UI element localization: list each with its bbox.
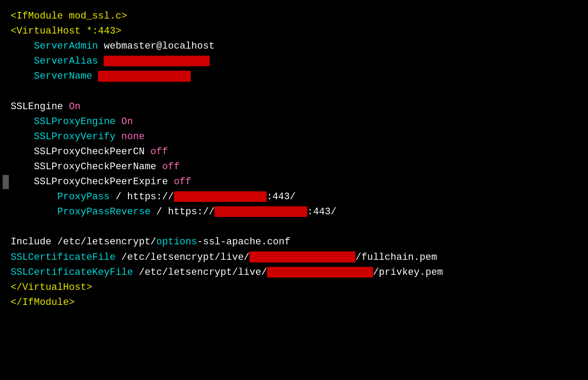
sslproxycheckcn-key: SSLProxyCheckPeerCN	[34, 144, 145, 160]
sslcertkeyfile-suf: /privkey.pem	[373, 265, 443, 280]
sslcertfile-redacted	[249, 251, 355, 262]
include-rest: -ssl-apache.conf	[197, 235, 290, 250]
line-sslengine: SSLEngine On	[11, 99, 577, 114]
sslcertfile-suf: /fullchain.pem	[355, 250, 437, 265]
sslproxyengine-key: SSLProxyEngine	[34, 114, 116, 129]
line-indicator	[3, 175, 9, 189]
proxypassreverse-https: https://	[168, 205, 215, 220]
include-path: /etc/letsencrypt/	[57, 235, 156, 250]
line-sslproxycheckexpire: SSLProxyCheckPeerExpire off	[11, 175, 577, 190]
proxypassreverse-slash: /	[156, 205, 162, 220]
line-sslcertfile: SSLCertificateFile /etc/letsencrypt/live…	[11, 250, 577, 265]
line-sslproxyverify: SSLProxyVerify none	[11, 129, 577, 144]
sslcertkeyfile-path: /etc/letsencrypt/live/	[139, 265, 267, 280]
sslproxycheckexpire-key: SSLProxyCheckPeerExpire	[34, 175, 168, 190]
sslcertkeyfile-redacted	[267, 267, 373, 277]
empty-line-1	[11, 84, 577, 99]
ifmodule-close-tag: </IfModule>	[11, 295, 75, 310]
sslproxyverify-key: SSLProxyVerify	[34, 129, 116, 144]
proxypass-key: ProxyPass	[57, 190, 110, 205]
sslproxycheckexpire-val: off	[174, 175, 192, 190]
line-servername: ServerName	[11, 69, 577, 84]
line-sslproxyengine: SSLProxyEngine On	[11, 114, 577, 129]
line-include: Include /etc/letsencrypt/ options -ssl-a…	[11, 235, 577, 250]
proxypassreverse-port: :443/	[307, 205, 336, 220]
line-proxypassreverse: ProxyPassReverse / https:// :443/	[11, 205, 577, 220]
proxypass-redacted	[174, 191, 267, 202]
line-serveralias: ServerAlias	[11, 54, 577, 69]
line-serveradmin: ServerAdmin webmaster@localhost	[11, 39, 577, 54]
virtualhost-open-tag: <VirtualHost *:443>	[11, 24, 121, 39]
serveralias-key: ServerAlias	[34, 54, 98, 69]
sslcertkeyfile-key: SSLCertificateKeyFile	[11, 265, 133, 280]
line-virtualhost-close: </VirtualHost>	[11, 280, 577, 295]
line-sslproxycheckcn: SSLProxyCheckPeerCN off	[11, 144, 577, 160]
ifmodule-open-tag: <IfModule mod_ssl.c>	[11, 9, 127, 24]
line-ifmodule-open: <IfModule mod_ssl.c>	[11, 9, 577, 24]
line-sslproxycheckname: SSLProxyCheckPeerName off	[11, 160, 577, 175]
include-key: Include	[11, 235, 51, 250]
sslcertfile-path: /etc/letsencrypt/live/	[121, 250, 249, 265]
line-ifmodule-close: </IfModule>	[11, 295, 577, 310]
proxypassreverse-redacted	[215, 206, 307, 217]
servername-redacted	[98, 71, 191, 81]
sslengine-key: SSLEngine	[11, 99, 63, 114]
proxypass-slash: /	[116, 190, 121, 205]
proxypassreverse-key: ProxyPassReverse	[57, 205, 151, 220]
sslproxyengine-val: On	[121, 114, 133, 129]
virtualhost-close-tag: </VirtualHost>	[11, 280, 92, 295]
line-sslcertkeyfile: SSLCertificateKeyFile /etc/letsencrypt/l…	[11, 265, 577, 280]
proxypass-port: :443/	[267, 190, 296, 205]
sslproxyverify-val: none	[121, 129, 145, 144]
sslcertfile-key: SSLCertificateFile	[11, 250, 116, 265]
sslengine-val: On	[69, 99, 80, 114]
proxypass-https: https://	[127, 190, 174, 205]
line-proxypass: ProxyPass / https:// :443/	[11, 190, 577, 205]
servername-key: ServerName	[34, 69, 92, 84]
serveradmin-key: ServerAdmin	[34, 39, 98, 54]
sslproxycheckname-val: off	[162, 160, 180, 175]
empty-line-2	[11, 220, 577, 235]
sslproxycheckname-key: SSLProxyCheckPeerName	[34, 160, 156, 175]
sslproxycheckcn-val: off	[151, 144, 168, 160]
serveradmin-val: webmaster@localhost	[104, 39, 215, 54]
line-virtualhost-open: <VirtualHost *:443>	[11, 24, 577, 39]
code-editor: <IfModule mod_ssl.c> <VirtualHost *:443>…	[11, 9, 577, 310]
include-options: options	[156, 235, 197, 250]
serveralias-redacted	[104, 56, 210, 66]
